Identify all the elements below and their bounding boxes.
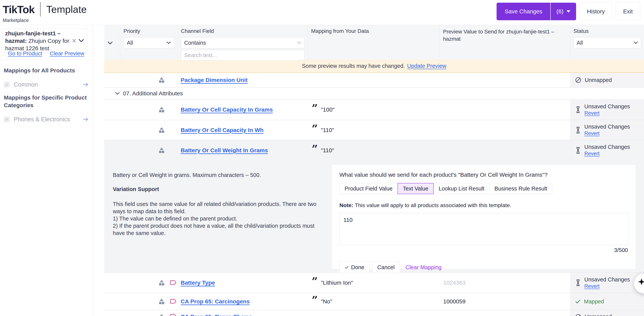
column-header-priority: Priority [124,28,174,34]
table-row: Package Dimension Unit Unmapped [104,73,644,88]
revert-link[interactable]: Revert [584,151,630,157]
field-link[interactable]: Battery Or Cell Capacity In Grams [181,106,273,113]
arrow-right-icon[interactable] [82,117,89,122]
status-select-value: All [577,40,583,46]
status-cell: Unsaved Changes Revert [570,120,644,140]
status-select[interactable]: All [574,37,641,48]
mapping-column-cell: Mapping from Your Data [308,25,440,60]
hourglass-icon [575,147,581,154]
status-cell: Mapped [570,293,644,310]
checkbox-checked-disabled[interactable] [4,82,10,87]
chevron-down-icon [115,92,120,95]
chevron-down-icon [634,41,638,44]
check-icon [5,83,8,86]
check-icon [5,118,8,121]
sidebar-item-common[interactable]: Common [4,81,89,88]
table-row: Battery Type ” "Lithium Ion" 1024363 Uns… [104,273,644,293]
hourglass-icon [575,106,581,113]
save-split-button: Save Changes (6) [496,3,576,20]
option-product-field-value[interactable]: Product Field Value [340,183,398,194]
expand-all-cell [104,25,120,60]
logo-divider [40,2,40,17]
variation-shapes-icon [158,77,165,83]
column-header-mapping: Mapping from Your Data [311,28,436,34]
column-header-preview: Preview Value to Send for zhujun-fanjie-… [443,28,567,43]
preview-product-select[interactable]: zhujun-fanjie-test1 – hazmat: Zhujun Cop… [2,29,87,53]
field-link[interactable]: Battery Or Cell Capacity In Wh [181,127,264,133]
mapping-value: "No" [321,298,332,305]
clear-preview-link[interactable]: Clear Preview [50,50,84,57]
brand-logo: TikTok [3,3,34,16]
clear-mapping-link[interactable]: Clear Mapping [406,264,442,271]
chevron-down-icon [166,41,171,44]
priority-select[interactable]: All [124,37,174,48]
section-title: Mappings for All Products [4,67,89,74]
variation-shapes-icon [158,106,165,113]
option-lookup-list-result[interactable]: Lookup List Result [434,183,490,194]
revert-link[interactable]: Revert [584,283,630,289]
checkbox-checked-disabled[interactable] [4,117,10,122]
field-link[interactable]: Battery Type [181,280,215,286]
clear-selection-icon[interactable]: × [72,37,76,44]
field-link[interactable]: Battery Or Cell Weight In Grams [181,147,268,154]
save-count-dropdown[interactable]: (6) [551,3,576,20]
field-link[interactable]: CA Prop 65: Carcinogens [181,298,250,305]
done-button[interactable]: Done [340,261,370,273]
variation-support-body: This field uses the same value for all r… [113,200,321,237]
sidebar-item-label: Common [14,81,38,88]
history-button[interactable]: History [580,3,612,20]
save-changes-button[interactable]: Save Changes [496,3,550,20]
preview-column-cell: Preview Value to Send for zhujun-fanjie-… [440,25,570,60]
search-input[interactable] [184,52,301,58]
unmapped-icon [575,314,582,316]
check-icon [575,299,581,305]
banner-message: Some preview results may have changed. [302,63,405,69]
status-badge: Unmapped [585,77,612,83]
channel-field-search [181,50,304,60]
table-filter-header: Priority All Channel Field Contains [104,25,644,60]
status-badge: Unmapped [585,314,612,316]
status-cell: Unsaved Changes Revert [570,273,644,293]
go-to-product-link[interactable]: Go to Product [8,50,42,57]
table-row-selected: Battery Or Cell Weight In Grams ” "110" … [104,140,644,160]
revert-link[interactable]: Revert [584,130,630,136]
option-business-rule-result[interactable]: Business Rule Result [489,183,552,194]
exit-button[interactable]: Exit [616,3,640,20]
tag-icon [170,280,176,286]
arrow-right-icon[interactable] [82,82,89,87]
mapping-type-options: Product Field Value Text Value Lookup Li… [340,183,628,194]
status-badge: Unsaved Changes [584,144,630,150]
option-text-value-selected[interactable]: Text Value [398,183,434,194]
section-title: Mappings for Specific Product Categories [4,94,89,109]
field-link[interactable]: CA Prop 65: Repro Chems [181,314,252,316]
preview-value: 1000059 [443,298,466,305]
status-badge: Mapped [584,299,604,305]
description-text: Battery or Cell Weight in grams. Maximum… [113,171,321,179]
status-badge: Unsaved Changes [584,103,630,110]
priority-select-value: All [127,40,133,46]
mapping-value: "110" [321,127,334,133]
text-value-input[interactable]: 110 [340,213,628,245]
channel-field-operator-select[interactable]: Contains [181,37,304,48]
revert-link[interactable]: Revert [584,110,630,116]
variation-shapes-icon [158,314,165,316]
section-header-additional-attributes[interactable]: 07. Additional Attributes [104,88,644,99]
editor-actions: Done Cancel Clear Mapping [340,261,628,273]
save-count-label: (6) [556,8,564,15]
update-preview-link[interactable]: Update Preview [407,63,446,69]
note-text: Note: This value will apply to all produ… [340,202,628,208]
mappings-all-products-section: Mappings for All Products Common [4,67,89,88]
expand-all-chevron-icon[interactable] [108,41,112,45]
check-icon [344,265,349,269]
sidebar: zhujun-fanjie-test1 – hazmat: Zhujun Cop… [0,25,92,316]
variation-shapes-icon [158,127,165,134]
column-header-channel-field: Channel Field [181,28,304,34]
status-cell: Unmapped [570,310,644,316]
topbar: TikTok Template Marketplace Save Changes… [0,0,644,25]
cancel-button[interactable]: Cancel [372,261,400,273]
channel-field-filter-cell: Channel Field Contains [178,25,308,60]
mapping-value: "Lithium Ion" [321,280,353,286]
sidebar-item-phones-electronics[interactable]: Phones & Electronics [4,116,89,123]
field-link[interactable]: Package Dimension Unit [181,77,248,83]
page-title: Template [46,4,86,15]
